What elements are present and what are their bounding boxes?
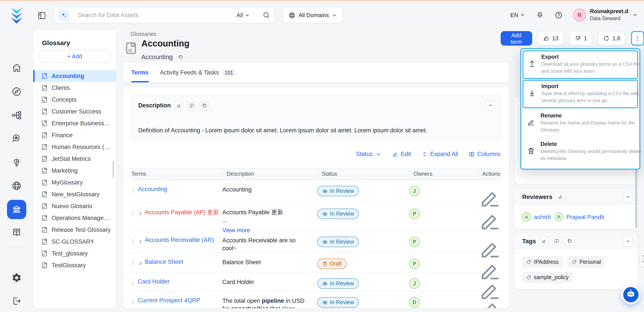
glossary-item[interactable]: JetStat Metrics: [33, 153, 116, 165]
collapse-tags-button[interactable]: [623, 236, 633, 246]
notifications-bell-icon[interactable]: [536, 11, 544, 19]
expand-row-icon[interactable]: [138, 210, 143, 215]
help-icon[interactable]: [554, 11, 563, 19]
drag-handle-icon[interactable]: [130, 210, 136, 215]
term-link[interactable]: Balance Sheet: [145, 258, 183, 265]
column-header-description[interactable]: Description: [222, 171, 317, 178]
comment-tags-button[interactable]: [552, 236, 561, 246]
sidebar-item-docs-book-icon[interactable]: [12, 227, 22, 237]
user-menu[interactable]: R Rounakpreet.d Data Steward: [573, 8, 638, 22]
add-term-button[interactable]: Add term: [501, 31, 532, 46]
upvote-button[interactable]: 13: [538, 31, 564, 46]
search-input[interactable]: [78, 12, 236, 19]
sidebar-item-insights-icon[interactable]: [12, 157, 22, 168]
tag-pill[interactable]: sample_policy: [522, 272, 573, 283]
copy-tags-button[interactable]: [565, 236, 574, 246]
add-glossary-button[interactable]: + Add: [40, 50, 110, 63]
comment-description-button[interactable]: [187, 101, 196, 110]
expand-all-button[interactable]: Expand All: [422, 151, 458, 157]
owner-avatar[interactable]: J: [409, 186, 420, 196]
tag-pill[interactable]: IPAddress: [522, 256, 563, 268]
glossary-item[interactable]: MyGlossary: [33, 177, 116, 188]
term-link[interactable]: Accounts Receivable (AR): [145, 237, 214, 243]
columns-button[interactable]: Columns: [468, 151, 501, 157]
sidebar-item-logout-icon[interactable]: [12, 296, 22, 306]
sidebar-item-observability-icon[interactable]: [12, 133, 22, 144]
menu-item-rename[interactable]: RenameRename the Name and Display Name f…: [521, 109, 640, 138]
collapse-reviewers-button[interactable]: [623, 192, 633, 202]
all-domains-dropdown[interactable]: All Domains: [282, 7, 343, 23]
glossary-item[interactable]: Enterprise Business Ter...: [33, 117, 116, 129]
more-options-button[interactable]: [631, 31, 644, 46]
app-logo[interactable]: [9, 7, 25, 24]
score-button[interactable]: 1.8: [598, 31, 626, 46]
edit-description-button[interactable]: [174, 101, 184, 110]
owner-avatar[interactable]: D: [409, 297, 420, 307]
menu-item-export[interactable]: ExportDownload all your glossary terms a…: [522, 50, 638, 79]
sidebar-item-workflow-icon[interactable]: [12, 110, 22, 120]
user-avatar[interactable]: R: [573, 9, 586, 21]
sidebar-item-settings-gear-icon[interactable]: [12, 272, 22, 283]
glossary-item[interactable]: New_testGlossary: [33, 188, 116, 200]
edit-tags-button[interactable]: [540, 236, 548, 246]
downvote-button[interactable]: 1: [570, 31, 592, 46]
term-link[interactable]: Current Prospect 4QRP: [138, 297, 200, 304]
menu-item-import[interactable]: ImportSave time & effort by uploading a …: [522, 80, 638, 108]
expand-row-icon[interactable]: [138, 260, 143, 265]
search-scope-dropdown[interactable]: All: [236, 12, 250, 19]
drag-handle-icon[interactable]: [130, 238, 136, 243]
glossary-item[interactable]: Human Resources (HR): [33, 141, 116, 153]
status-filter-dropdown[interactable]: Status: [356, 151, 382, 157]
copy-description-button[interactable]: [200, 101, 209, 110]
owner-avatar[interactable]: P: [409, 237, 420, 247]
global-search[interactable]: All: [54, 7, 275, 23]
owner-avatar[interactable]: P: [409, 258, 420, 269]
drag-handle-icon[interactable]: [130, 279, 136, 285]
reviewer-item[interactable]: PPrajwal Pandit: [554, 213, 604, 221]
glossary-item[interactable]: Operations Management: [33, 212, 116, 224]
column-header-status[interactable]: Status: [317, 171, 409, 178]
glossary-item[interactable]: Finance: [33, 129, 116, 141]
status-badge[interactable]: In Review: [317, 297, 359, 307]
tab-terms[interactable]: Terms: [131, 63, 148, 82]
person-name[interactable]: ashish: [534, 214, 551, 220]
collapse-description-button[interactable]: [485, 100, 496, 110]
glossary-item[interactable]: Test_glossary: [33, 248, 116, 259]
language-dropdown[interactable]: EN: [510, 12, 525, 18]
glossary-item[interactable]: Accounting: [33, 70, 116, 82]
status-badge[interactable]: In Review: [317, 209, 359, 219]
glossary-item[interactable]: Nuevo Glosario: [33, 200, 116, 212]
reviewer-item[interactable]: Aashish: [522, 213, 551, 221]
drag-handle-icon[interactable]: [130, 187, 136, 192]
column-header-owners[interactable]: Owners: [409, 171, 478, 178]
expand-row-icon[interactable]: [138, 238, 143, 243]
drag-handle-icon[interactable]: [130, 260, 136, 265]
glossary-scrollbar[interactable]: [112, 160, 114, 178]
status-badge[interactable]: In Review: [317, 278, 359, 289]
term-link[interactable]: Accounting: [138, 186, 167, 192]
column-header-terms[interactable]: Terms: [130, 171, 222, 178]
glossary-item[interactable]: Customer Success: [33, 106, 116, 117]
drag-handle-icon[interactable]: [130, 298, 136, 304]
tag-pill[interactable]: Personal: [567, 256, 606, 268]
glossary-item[interactable]: Release Test Glossary: [33, 224, 116, 236]
owner-avatar[interactable]: J: [409, 278, 420, 289]
glossary-item[interactable]: Concepts: [33, 94, 116, 106]
collapsed-widget-tab[interactable]: [640, 253, 644, 266]
term-link[interactable]: Accounts Payable (AP) 更新: [145, 209, 219, 216]
glossary-item[interactable]: Clients: [33, 82, 116, 94]
sidebar-item-home-icon[interactable]: [12, 63, 22, 73]
sidebar-item-governance-bank-icon[interactable]: [7, 200, 26, 219]
tab-activity-feeds[interactable]: Activity Feeds & Tasks 101: [160, 63, 236, 82]
edit-reviewers-button[interactable]: [556, 192, 565, 201]
edit-button[interactable]: Edit: [392, 151, 411, 157]
glossary-item[interactable]: TestGlossary: [33, 259, 116, 271]
copy-name-button[interactable]: [176, 53, 185, 61]
glossary-item[interactable]: SC-GLOSSARY: [33, 236, 116, 248]
sidebar-toggle-icon[interactable]: [37, 11, 46, 20]
menu-item-delete[interactable]: DeleteDeleting this Glossary would perma…: [521, 137, 640, 166]
status-badge[interactable]: In Review: [317, 237, 359, 247]
owner-avatar[interactable]: P: [409, 209, 420, 219]
ai-sparkle-icon[interactable]: [58, 10, 70, 21]
assistant-bot-button[interactable]: [622, 286, 640, 304]
